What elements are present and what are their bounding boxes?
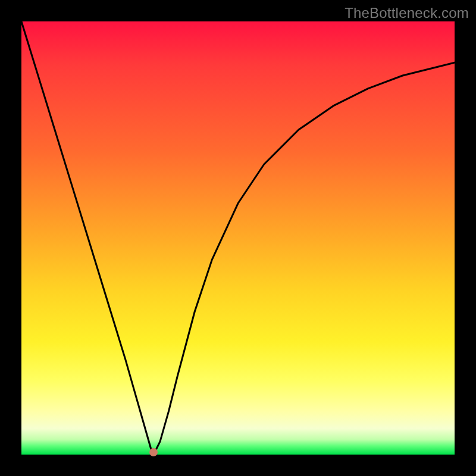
bottleneck-curve bbox=[21, 21, 455, 455]
optimal-point-marker bbox=[149, 448, 158, 456]
watermark-text: TheBottleneck.com bbox=[345, 5, 469, 21]
chart-frame: TheBottleneck.com bbox=[0, 0, 476, 476]
plot-area bbox=[21, 21, 455, 455]
